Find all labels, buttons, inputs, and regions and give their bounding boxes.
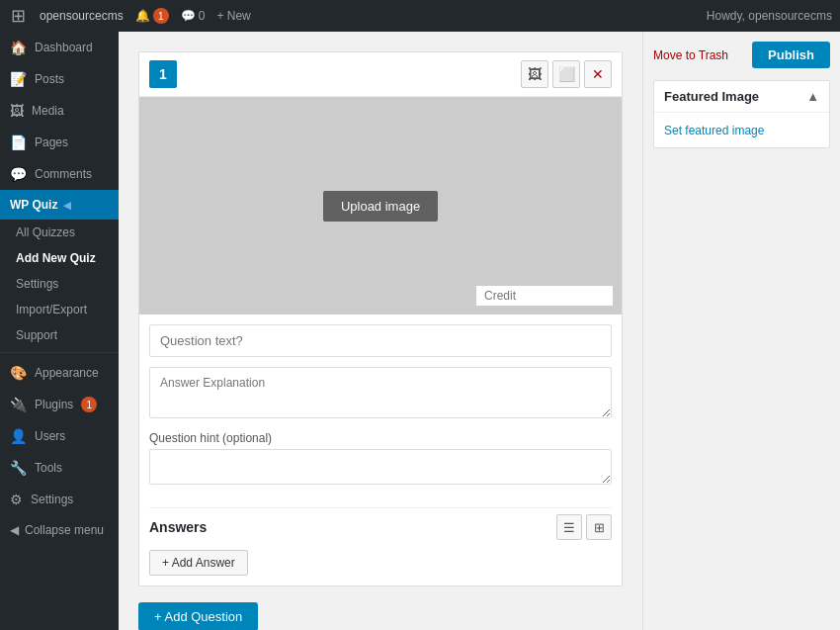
sidebar-label-media: Media: [32, 104, 64, 118]
upload-image-button[interactable]: Upload image: [323, 191, 438, 222]
answers-list-view-btn[interactable]: ☰: [556, 514, 582, 540]
sidebar-label-comments: Comments: [35, 167, 92, 181]
answers-section: Answers ☰ ⊞ + Add Answer: [139, 507, 622, 585]
sidebar-item-import-export[interactable]: Import/Export: [0, 297, 119, 322]
settings-label: Settings: [16, 277, 58, 291]
posts-icon: 📝: [10, 71, 27, 87]
sidebar-label-dashboard: Dashboard: [35, 41, 93, 54]
sidebar-label-users: Users: [35, 429, 65, 443]
question-card-1: 1 🖼 ⬜ ✕ Upload image Question: [138, 51, 623, 586]
featured-image-body: Set featured image: [654, 113, 829, 147]
admin-bar: ⊞ opensourcecms 🔔 1 💬 0 + New Howdy, ope…: [0, 0, 840, 32]
sidebar-label-pages: Pages: [35, 135, 68, 149]
sidebar-item-pages[interactable]: 📄 Pages: [0, 127, 119, 158]
sidebar-item-posts[interactable]: 📝 Posts: [0, 63, 119, 95]
answers-grid-view-btn[interactable]: ⊞: [586, 514, 612, 540]
featured-image-chevron-icon[interactable]: ▲: [806, 89, 819, 104]
sidebar-item-tools[interactable]: 🔧 Tools: [0, 452, 119, 484]
users-icon: 👤: [10, 428, 27, 444]
add-answer-button[interactable]: + Add Answer: [149, 550, 248, 576]
comments-bar-item[interactable]: 💬 0: [181, 9, 206, 23]
featured-image-box: Featured Image ▲ Set featured image: [653, 80, 830, 148]
plugins-icon: 🔌: [10, 397, 27, 412]
credit-field[interactable]: [475, 285, 614, 307]
answers-header: Answers ☰ ⊞: [149, 507, 612, 540]
howdy-text: Howdy, opensourcecms: [707, 9, 832, 23]
close-action-btn[interactable]: ✕: [584, 60, 612, 88]
featured-image-title: Featured Image: [664, 89, 759, 104]
sidebar-item-appearance[interactable]: 🎨 Appearance: [0, 357, 119, 389]
collapse-menu-label: Collapse menu: [25, 523, 104, 537]
question-hint-label: Question hint (optional): [149, 431, 612, 445]
dashboard-icon: 🏠: [10, 40, 27, 55]
appearance-icon: 🎨: [10, 365, 27, 381]
sidebar-label-posts: Posts: [35, 72, 64, 86]
media-icon: 🖼: [10, 103, 24, 119]
notifications-item[interactable]: 🔔 1: [135, 8, 169, 24]
sidebar-label-appearance: Appearance: [35, 366, 99, 380]
sidebar: 🏠 Dashboard 📝 Posts 🖼 Media 📄 Pages 💬 Co…: [0, 32, 119, 630]
wpquiz-arrow-icon: ◀: [63, 200, 71, 211]
right-sidebar: Move to Trash Publish Featured Image ▲ S…: [642, 32, 840, 630]
pages-icon: 📄: [10, 135, 27, 150]
wp-logo-icon[interactable]: ⊞: [8, 6, 28, 26]
support-label: Support: [16, 328, 57, 342]
sidebar-item-settings[interactable]: Settings: [0, 271, 119, 297]
move-to-trash-link[interactable]: Move to Trash: [653, 48, 728, 62]
settings-icon: ⚙: [10, 492, 23, 507]
sidebar-item-support[interactable]: Support: [0, 322, 119, 348]
publish-button[interactable]: Publish: [752, 42, 830, 68]
sidebar-item-comments[interactable]: 💬 Comments: [0, 158, 119, 190]
question-hint-textarea[interactable]: [149, 449, 612, 485]
comments-icon: 💬: [10, 166, 27, 182]
question-number: 1: [149, 60, 177, 88]
question-body: Question hint (optional): [139, 315, 622, 507]
question-text-input[interactable]: [149, 324, 612, 357]
expand-action-btn[interactable]: ⬜: [552, 60, 580, 88]
sidebar-item-users[interactable]: 👤 Users: [0, 420, 119, 452]
sidebar-label-settings: Settings: [31, 493, 73, 506]
sidebar-item-dashboard[interactable]: 🏠 Dashboard: [0, 32, 119, 63]
answers-actions: ☰ ⊞: [556, 514, 612, 540]
tools-icon: 🔧: [10, 460, 27, 476]
import-export-label: Import/Export: [16, 303, 87, 316]
all-quizzes-label: All Quizzes: [16, 225, 75, 239]
sidebar-item-settings-main[interactable]: ⚙ Settings: [0, 484, 119, 515]
sidebar-item-media[interactable]: 🖼 Media: [0, 95, 119, 127]
answers-title: Answers: [149, 519, 207, 535]
sidebar-label-plugins: Plugins: [35, 398, 73, 411]
sidebar-item-add-new-quiz[interactable]: Add New Quiz: [0, 245, 119, 271]
add-question-button[interactable]: + Add Question: [138, 602, 258, 630]
main-layout: 🏠 Dashboard 📝 Posts 🖼 Media 📄 Pages 💬 Co…: [0, 32, 840, 630]
content-area: 1 🖼 ⬜ ✕ Upload image Question: [119, 32, 840, 630]
image-upload-area: Upload image: [139, 97, 622, 315]
sidebar-item-plugins[interactable]: 🔌 Plugins 1: [0, 389, 119, 420]
question-card-header: 1 🖼 ⬜ ✕: [139, 52, 622, 97]
new-bar-item[interactable]: + New: [216, 9, 250, 23]
set-featured-image-link[interactable]: Set featured image: [664, 124, 764, 137]
image-action-btn[interactable]: 🖼: [521, 60, 548, 88]
answer-explanation-textarea[interactable]: [149, 367, 612, 418]
collapse-menu-item[interactable]: ◀ Collapse menu: [0, 515, 119, 545]
publish-bar: Move to Trash Publish: [653, 42, 830, 68]
site-name[interactable]: opensourcecms: [40, 9, 124, 23]
featured-image-header: Featured Image ▲: [654, 81, 829, 113]
wpquiz-label: WP Quiz: [10, 198, 57, 212]
main-content: 1 🖼 ⬜ ✕ Upload image Question: [119, 32, 642, 630]
plugins-badge: 1: [81, 397, 97, 412]
comments-count: 0: [199, 9, 206, 23]
notifications-badge: 1: [153, 8, 169, 24]
add-new-quiz-label: Add New Quiz: [16, 251, 96, 265]
sidebar-wpquiz-header[interactable]: WP Quiz ◀: [0, 190, 119, 220]
sidebar-divider: [0, 352, 119, 353]
question-card-actions: 🖼 ⬜ ✕: [521, 60, 612, 88]
sidebar-label-tools: Tools: [35, 461, 62, 475]
collapse-icon: ◀: [10, 523, 19, 537]
sidebar-item-all-quizzes[interactable]: All Quizzes: [0, 220, 119, 245]
